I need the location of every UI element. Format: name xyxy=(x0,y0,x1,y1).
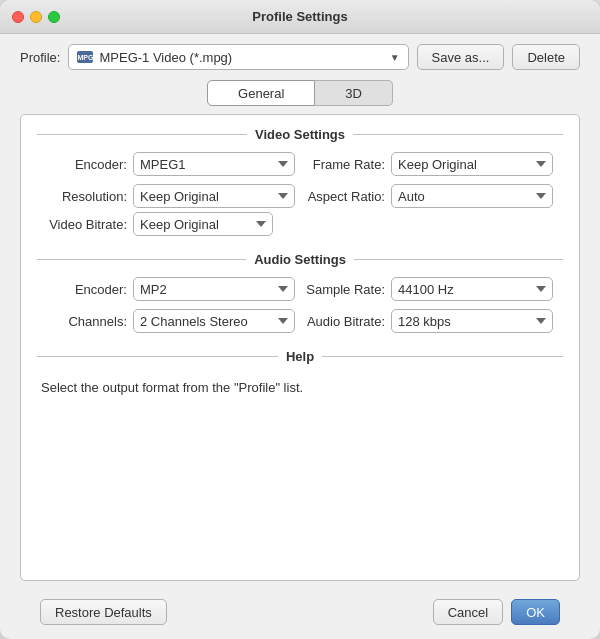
section-line-left xyxy=(37,134,247,135)
channels-select[interactable]: 2 Channels Stereo xyxy=(133,309,295,333)
frame-rate-field-row: Frame Rate: Keep Original xyxy=(305,152,553,176)
video-settings-section: Video Settings Encoder: MPEG1 Frame Rate… xyxy=(37,127,563,236)
profile-dropdown[interactable]: MPG MPEG-1 Video (*.mpg) ▼ xyxy=(68,44,408,70)
cancel-button[interactable]: Cancel xyxy=(433,599,503,625)
audio-encoder-label: Encoder: xyxy=(47,282,127,297)
bottom-right-buttons: Cancel OK xyxy=(433,599,560,625)
frame-rate-select[interactable]: Keep Original xyxy=(391,152,553,176)
audio-bitrate-field-row: Audio Bitrate: 128 kbps xyxy=(305,309,553,333)
audio-settings-section: Audio Settings Encoder: MP2 Sample Rate: xyxy=(37,252,563,333)
sample-rate-label: Sample Rate: xyxy=(305,282,385,297)
window-title: Profile Settings xyxy=(252,9,347,24)
sample-rate-select[interactable]: 44100 Hz xyxy=(391,277,553,301)
encoder-field-row: Encoder: MPEG1 xyxy=(47,152,295,176)
help-text: Select the output format from the "Profi… xyxy=(37,374,563,402)
resolution-label: Resolution: xyxy=(47,189,127,204)
encoder-select[interactable]: MPEG1 xyxy=(133,152,295,176)
video-bitrate-select[interactable]: Keep Original xyxy=(133,212,273,236)
aspect-ratio-label: Aspect Ratio: xyxy=(305,189,385,204)
help-section-line-right xyxy=(322,356,563,357)
profile-icon: MPG xyxy=(77,51,93,63)
tab-row: General 3D xyxy=(20,80,580,106)
maximize-button[interactable] xyxy=(48,11,60,23)
ok-button[interactable]: OK xyxy=(511,599,560,625)
resolution-field-row: Resolution: Keep Original xyxy=(47,184,295,208)
help-header: Help xyxy=(37,349,563,364)
audio-bitrate-label: Audio Bitrate: xyxy=(305,314,385,329)
bottom-bar: Restore Defaults Cancel OK xyxy=(20,591,580,639)
help-section-line-left xyxy=(37,356,278,357)
video-bitrate-label: Video Bitrate: xyxy=(47,217,127,232)
close-button[interactable] xyxy=(12,11,24,23)
audio-section-line-left xyxy=(37,259,246,260)
profile-label: Profile: xyxy=(20,50,60,65)
profile-row: Profile: MPG MPEG-1 Video (*.mpg) ▼ Save… xyxy=(20,44,580,70)
help-title: Help xyxy=(286,349,314,364)
restore-defaults-button[interactable]: Restore Defaults xyxy=(40,599,167,625)
encoder-label: Encoder: xyxy=(47,157,127,172)
title-bar: Profile Settings xyxy=(0,0,600,34)
profile-value: MPEG-1 Video (*.mpg) xyxy=(99,50,383,65)
aspect-ratio-field-row: Aspect Ratio: Auto xyxy=(305,184,553,208)
audio-section-line-right xyxy=(354,259,563,260)
tab-general[interactable]: General xyxy=(207,80,315,106)
video-fields-grid: Encoder: MPEG1 Frame Rate: Keep Original xyxy=(37,152,563,208)
channels-label: Channels: xyxy=(47,314,127,329)
help-section: Help Select the output format from the "… xyxy=(37,349,563,402)
aspect-ratio-select[interactable]: Auto xyxy=(391,184,553,208)
audio-encoder-select[interactable]: MP2 xyxy=(133,277,295,301)
section-line-right xyxy=(353,134,563,135)
resolution-select[interactable]: Keep Original xyxy=(133,184,295,208)
chevron-down-icon: ▼ xyxy=(390,52,400,63)
video-settings-header: Video Settings xyxy=(37,127,563,142)
delete-button[interactable]: Delete xyxy=(512,44,580,70)
window: Profile Settings Profile: MPG MPEG-1 Vid… xyxy=(0,0,600,639)
audio-settings-header: Audio Settings xyxy=(37,252,563,267)
minimize-button[interactable] xyxy=(30,11,42,23)
audio-settings-title: Audio Settings xyxy=(254,252,346,267)
audio-encoder-field-row: Encoder: MP2 xyxy=(47,277,295,301)
profile-icon-text: MPG xyxy=(77,54,93,61)
video-bitrate-row: Video Bitrate: Keep Original xyxy=(37,212,563,236)
save-as-button[interactable]: Save as... xyxy=(417,44,505,70)
channels-field-row: Channels: 2 Channels Stereo xyxy=(47,309,295,333)
sample-rate-field-row: Sample Rate: 44100 Hz xyxy=(305,277,553,301)
video-settings-title: Video Settings xyxy=(255,127,345,142)
content-area: Profile: MPG MPEG-1 Video (*.mpg) ▼ Save… xyxy=(0,34,600,639)
tab-3d[interactable]: 3D xyxy=(315,80,393,106)
main-area: Video Settings Encoder: MPEG1 Frame Rate… xyxy=(20,114,580,581)
traffic-lights xyxy=(12,11,60,23)
audio-bitrate-select[interactable]: 128 kbps xyxy=(391,309,553,333)
frame-rate-label: Frame Rate: xyxy=(305,157,385,172)
audio-fields-grid: Encoder: MP2 Sample Rate: 44100 Hz xyxy=(37,277,563,333)
